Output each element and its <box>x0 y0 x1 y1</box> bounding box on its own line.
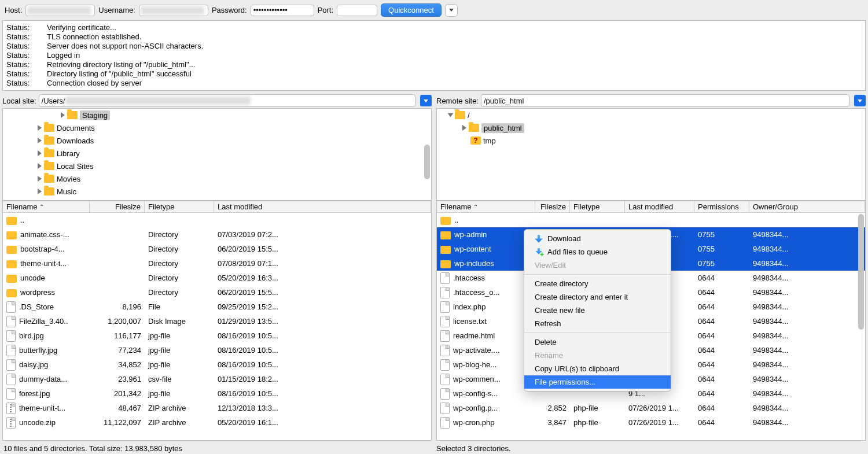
table-row[interactable]: animate.css-...Directory07/03/2019 07:2.… <box>3 227 431 242</box>
disclosure-icon[interactable] <box>38 150 42 156</box>
username-input[interactable] <box>139 5 208 16</box>
ctx-file-permissions[interactable]: File permissions... <box>524 375 671 389</box>
table-row[interactable]: theme-unit-t...Directory07/08/2019 07:1.… <box>3 256 431 271</box>
file-modified: 08/16/2019 10:5... <box>214 389 431 398</box>
file-owner: 9498344... <box>749 288 865 297</box>
table-row[interactable]: dummy-data...23,961csv-file01/15/2019 18… <box>3 372 431 386</box>
username-label: Username: <box>98 6 135 14</box>
local-site-path-prefix: /Users/ <box>42 97 65 105</box>
col-filename[interactable]: Filename <box>6 202 37 211</box>
table-row[interactable]: uncode.zip11,122,097ZIP archive05/20/201… <box>3 415 431 430</box>
host-input[interactable] <box>25 5 95 16</box>
tree-item[interactable]: Library <box>57 149 80 158</box>
remote-site-dropdown[interactable] <box>854 95 866 106</box>
remote-filelist[interactable]: Filename⌃ Filesize Filetype Last modifie… <box>436 201 866 441</box>
col-filetype[interactable]: Filetype <box>573 202 600 211</box>
scrollbar[interactable] <box>857 214 864 439</box>
password-input[interactable] <box>251 5 314 16</box>
log-panel: Status:Verifying certificate...Status:TL… <box>2 20 866 91</box>
file-permissions: 0644 <box>694 346 749 355</box>
col-filename[interactable]: Filename <box>440 202 471 211</box>
local-filelist[interactable]: Filename⌃ Filesize Filetype Last modifie… <box>2 201 432 441</box>
tree-item[interactable]: Music <box>57 187 76 196</box>
scrollbar[interactable] <box>423 110 430 199</box>
log-message: Verifying certificate... <box>47 23 116 32</box>
file-type: ZIP archive <box>145 404 214 412</box>
tree-item-tmp[interactable]: tmp <box>483 136 496 145</box>
file-size: 2,852 <box>535 404 570 412</box>
file-icon <box>440 374 450 385</box>
disclosure-icon[interactable] <box>38 163 42 169</box>
tree-item[interactable]: Movies <box>57 175 80 183</box>
table-row[interactable]: uncodeDirectory05/20/2019 16:3... <box>3 271 431 285</box>
ctx-refresh[interactable]: Refresh <box>524 317 671 330</box>
tree-item-staging[interactable]: Staging <box>80 110 110 120</box>
remote-site-input[interactable]: /public_html <box>481 94 849 107</box>
log-label: Status: <box>6 23 35 32</box>
file-permissions: 0644 <box>694 375 749 383</box>
remote-columns[interactable]: Filename⌃ Filesize Filetype Last modifie… <box>437 201 865 213</box>
remote-tree[interactable]: / public_html ? tmp <box>436 108 866 201</box>
local-columns[interactable]: Filename⌃ Filesize Filetype Last modifie… <box>3 201 431 213</box>
disclosure-icon[interactable] <box>61 112 65 118</box>
folder-icon <box>44 187 54 195</box>
file-name: wp-admin <box>454 230 487 239</box>
folder-icon <box>455 111 465 119</box>
tree-item-public-html[interactable]: public_html <box>481 123 524 133</box>
disclosure-icon[interactable] <box>462 125 466 131</box>
ctx-add-to-queue[interactable]: Add files to queue <box>524 245 671 259</box>
col-filetype[interactable]: Filetype <box>148 202 175 211</box>
tree-item[interactable]: Documents <box>57 124 95 132</box>
table-row[interactable]: wp-config.p...2,852php-file07/26/2019 1.… <box>437 401 865 415</box>
col-permissions[interactable]: Permissions <box>698 202 739 211</box>
folder-icon <box>67 111 78 119</box>
ctx-delete[interactable]: Delete <box>524 335 671 349</box>
file-name: readme.html <box>453 331 495 340</box>
tree-item[interactable]: Local Sites <box>57 162 94 171</box>
tree-item[interactable]: Downloads <box>57 136 94 145</box>
table-row[interactable]: butterfly.jpg77,234jpg-file08/16/2019 10… <box>3 343 431 357</box>
table-row[interactable]: FileZilla_3.40..1,200,007Disk Image01/29… <box>3 314 431 328</box>
table-row[interactable]: daisy.jpg34,852jpg-file08/16/2019 10:5..… <box>3 357 431 372</box>
col-lastmodified[interactable]: Last modified <box>628 202 673 211</box>
local-site-dropdown[interactable] <box>420 95 432 106</box>
file-permissions: 0644 <box>694 302 749 311</box>
col-ownergroup[interactable]: Owner/Group <box>753 202 798 211</box>
quickconnect-history-dropdown[interactable] <box>445 4 458 17</box>
file-icon <box>6 301 16 313</box>
disclosure-icon[interactable] <box>38 189 42 194</box>
table-row[interactable]: wp-cron.php3,847php-file07/26/2019 1...0… <box>437 415 865 430</box>
port-input[interactable] <box>337 5 377 16</box>
chevron-down-icon <box>449 9 454 12</box>
local-tree[interactable]: Staging DocumentsDownloadsLibraryLocal S… <box>2 108 432 201</box>
file-name: dummy-data... <box>19 375 67 383</box>
table-row[interactable]: .. <box>3 213 431 227</box>
quickconnect-button[interactable]: Quickconnect <box>381 3 442 17</box>
col-lastmodified[interactable]: Last modified <box>218 202 262 211</box>
folder-icon <box>440 217 451 225</box>
col-filesize[interactable]: Filesize <box>540 202 566 211</box>
log-label: Status: <box>6 51 35 60</box>
ctx-create-file[interactable]: Create new file <box>524 304 671 317</box>
table-row[interactable]: theme-unit-t...48,467ZIP archive12/13/20… <box>3 401 431 415</box>
ctx-download[interactable]: Download <box>524 232 671 245</box>
disclosure-icon[interactable] <box>448 113 454 117</box>
disclosure-icon[interactable] <box>38 138 42 143</box>
col-filesize[interactable]: Filesize <box>115 202 141 211</box>
table-row[interactable]: .DS_Store8,196File09/25/2019 15:2... <box>3 300 431 314</box>
tree-item-root[interactable]: / <box>468 111 470 120</box>
table-row[interactable]: bootstrap-4...Directory06/20/2019 15:5..… <box>3 242 431 256</box>
local-site-input[interactable]: /Users/ <box>39 94 415 107</box>
table-row[interactable]: forest.jpg201,342jpg-file08/16/2019 10:5… <box>3 386 431 401</box>
table-row[interactable]: bird.jpg116,177jpg-file08/16/2019 10:5..… <box>3 328 431 343</box>
table-row[interactable]: .. <box>437 213 865 227</box>
ctx-copy-url[interactable]: Copy URL(s) to clipboard <box>524 362 671 375</box>
disclosure-icon[interactable] <box>38 176 42 182</box>
file-owner: 9498344... <box>749 360 865 369</box>
add-to-queue-icon <box>535 248 543 256</box>
table-row[interactable]: wordpressDirectory06/20/2019 15:5... <box>3 285 431 300</box>
log-label: Status: <box>6 42 35 51</box>
disclosure-icon[interactable] <box>38 125 42 131</box>
ctx-create-directory-enter[interactable]: Create directory and enter it <box>524 290 671 304</box>
ctx-create-directory[interactable]: Create directory <box>524 277 671 290</box>
